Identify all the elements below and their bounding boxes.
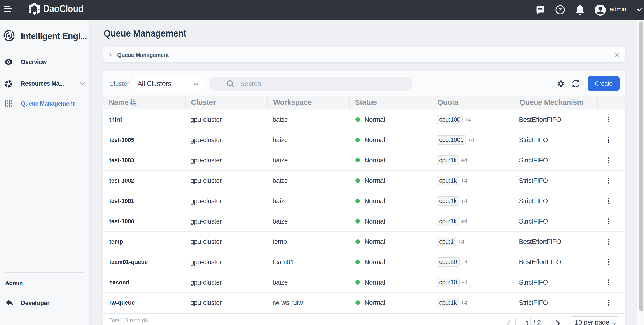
svg-text:?: ?: [558, 6, 562, 13]
